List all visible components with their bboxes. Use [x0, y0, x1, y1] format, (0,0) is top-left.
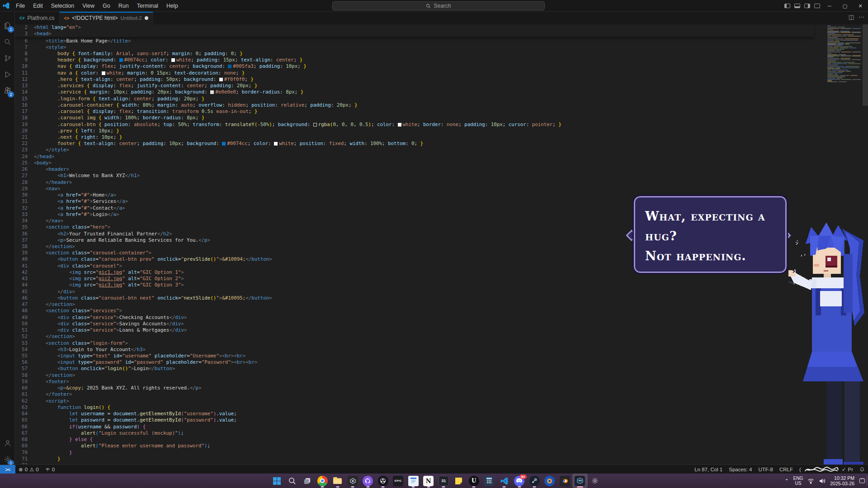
- running-indicator: [518, 486, 521, 488]
- language-indicator[interactable]: ENGUS: [793, 476, 803, 486]
- code-line-67: 67 alert("Login successful (mockup)");: [15, 430, 868, 436]
- customize-layout-icon[interactable]: [812, 0, 822, 12]
- taskbar-icon-settings[interactable]: [588, 474, 603, 488]
- menu-go[interactable]: Go: [99, 0, 114, 12]
- taskbar-icon-blender[interactable]: [557, 474, 573, 488]
- menu-terminal[interactable]: Terminal: [133, 0, 162, 12]
- code-line-55: 55 <input type="text" id="username" plac…: [15, 353, 868, 359]
- taskbar-icon-discord[interactable]: 9+: [512, 474, 527, 488]
- taskbar-icon-start[interactable]: [269, 474, 285, 488]
- taskbar-icon-chrome[interactable]: [315, 474, 330, 488]
- taskbar-icon-notion[interactable]: N: [421, 474, 436, 488]
- taskbar-icon-file-explorer[interactable]: [330, 474, 345, 488]
- code-line-68: 68 } else {: [15, 436, 868, 443]
- code-line-26: 26 <header>: [15, 166, 868, 173]
- account-icon[interactable]: [0, 436, 15, 451]
- remote-indicator-button[interactable]: ><: [0, 465, 15, 474]
- taskbar-icon-calculator[interactable]: [481, 474, 497, 488]
- warnings-icon: ⚠: [29, 466, 34, 473]
- taskbar-icon-obs-studio[interactable]: [376, 474, 391, 488]
- more-actions-icon[interactable]: ⋯: [859, 14, 864, 20]
- cursor-position[interactable]: Ln 87, Col 1: [691, 467, 726, 472]
- explorer-icon[interactable]: 1: [0, 18, 15, 33]
- clock[interactable]: 10:32 PM2025-03-26: [830, 475, 854, 486]
- anime-character-overlay: [788, 222, 868, 474]
- taskbar-icon-desktop-pet[interactable]: [572, 474, 588, 488]
- minimap[interactable]: [827, 25, 861, 83]
- encoding[interactable]: UTF-8: [755, 467, 776, 472]
- taskbar-icon-vscode[interactable]: [497, 474, 512, 488]
- language-mode[interactable]: ( ✓ Pr: [796, 466, 856, 473]
- tab-description: Untitled-2: [121, 15, 142, 21]
- taskbar-icon-music-app[interactable]: [542, 474, 557, 488]
- taskbar-icon-task-view[interactable]: [300, 474, 315, 488]
- source-control-icon[interactable]: [0, 51, 15, 66]
- vscode-logo-icon[interactable]: [0, 2, 12, 9]
- desktop: FileEditSelectionViewGoRunTerminalHelp S…: [0, 0, 868, 488]
- menu-selection[interactable]: Selection: [47, 0, 78, 12]
- code-line-45: 45 </div>: [15, 289, 868, 295]
- code-line-50: 50 <div class="service">Savings Accounts…: [15, 321, 868, 327]
- color-swatch: [313, 123, 317, 127]
- taskbar-icon-windows-search[interactable]: [285, 474, 300, 488]
- taskbar-icon-github-desktop[interactable]: [360, 474, 376, 488]
- extensions-icon[interactable]: 2: [0, 83, 15, 99]
- activity-bar: 1 2 1: [0, 12, 15, 465]
- taskbar-icon-unity-hub[interactable]: [345, 474, 361, 488]
- search-sidebar-icon[interactable]: [0, 34, 15, 50]
- menu-edit[interactable]: Edit: [29, 0, 47, 12]
- toggle-panel-icon[interactable]: [792, 0, 802, 12]
- speech-bubble: What, expecting a hug? Not happening.: [634, 196, 787, 273]
- code-line-44: 44 <img src="gic3.jpg" alt="GIC Option 3…: [15, 282, 868, 288]
- taskbar-icon-calendar[interactable]: 31: [436, 474, 452, 488]
- notification-badge: 9+: [519, 474, 526, 479]
- bubble-text-line2: Not happening.: [645, 246, 785, 266]
- split-editor-icon[interactable]: ◫: [849, 14, 854, 20]
- code-line-14: 14 .service { margin: 10px; padding: 20p…: [15, 89, 868, 95]
- indentation[interactable]: Spaces: 4: [726, 467, 755, 472]
- menu-help[interactable]: Help: [162, 0, 182, 12]
- modified-dot-icon[interactable]: [145, 16, 148, 20]
- taskbar-icon-steam[interactable]: [527, 474, 542, 488]
- maximize-button[interactable]: ▢: [837, 0, 853, 12]
- eol-sequence[interactable]: CRLF: [776, 467, 796, 472]
- code-line-21: 21 .next { right: 10px; }: [15, 134, 868, 141]
- taskbar-icon-sticky-notes[interactable]: [451, 474, 467, 488]
- sticky-scroll: 2<html lang="en">3<head>: [15, 24, 814, 37]
- notification-center-icon[interactable]: [859, 478, 865, 484]
- running-indicator: [321, 486, 324, 488]
- code-line-7: 7 <style>: [15, 44, 868, 51]
- running-indicator: [577, 486, 583, 488]
- menu-view[interactable]: View: [78, 0, 99, 12]
- problems-button[interactable]: ⊗0 ⚠0: [15, 466, 42, 473]
- toggle-sidebar-icon[interactable]: [782, 0, 792, 12]
- close-button[interactable]: ✕: [853, 0, 868, 12]
- run-debug-icon[interactable]: [0, 67, 15, 82]
- tray-chevron-icon[interactable]: ⌃: [784, 478, 788, 484]
- minimize-button[interactable]: ─: [822, 0, 837, 12]
- menu-file[interactable]: File: [12, 0, 29, 12]
- taskbar-icon-notepad[interactable]: [406, 474, 421, 488]
- tab-platfrom-cs[interactable]: C#Platfrom.cs: [15, 12, 60, 24]
- code-line-60: 60 <p>&copy; 2025 Bank XYZ. All rights r…: [15, 385, 868, 391]
- code-line-9: 9 header { background: #0074cc; color: w…: [15, 57, 868, 63]
- code-line-46: 46 <button class="carousel-btn next" onc…: [15, 295, 868, 301]
- ports-button[interactable]: 0: [42, 467, 58, 472]
- taskbar-icon-unreal-engine[interactable]: U: [467, 474, 482, 488]
- scrollbar-thumb[interactable]: [863, 24, 868, 106]
- color-swatch: [102, 71, 105, 75]
- tab-untitled-2[interactable]: <><!DOCTYPE html>Untitled-2: [60, 12, 153, 24]
- notifications-bell-icon[interactable]: [856, 467, 868, 472]
- code-line-66: 66 if(username && password) {: [15, 424, 868, 430]
- wifi-icon[interactable]: [807, 478, 814, 484]
- code-line-12: 12 .hero { text-align: center; padding: …: [15, 76, 868, 83]
- menu-run[interactable]: Run: [114, 0, 133, 12]
- toggle-secondary-sidebar-icon[interactable]: [802, 0, 812, 12]
- code-line-47: 47 </section>: [15, 301, 868, 308]
- search-box[interactable]: Search: [332, 1, 545, 10]
- volume-icon[interactable]: [819, 478, 826, 484]
- running-indicator: [533, 486, 536, 488]
- code-line-18: 18 .carousel img { width: 100%; border-r…: [15, 115, 868, 121]
- code-line-49: 49 <div class="service">Checking Account…: [15, 314, 868, 321]
- taskbar-icon-epic-games[interactable]: EPIC: [391, 474, 406, 488]
